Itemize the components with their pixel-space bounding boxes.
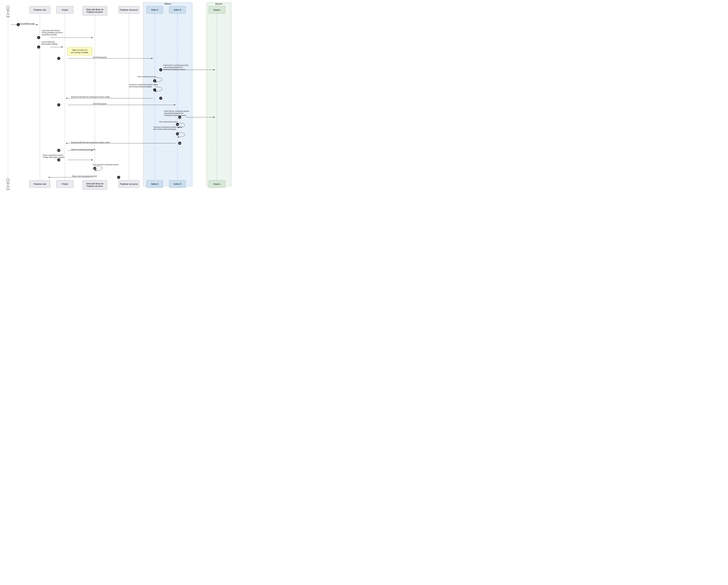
msg-15: Share component auction configs with buy… <box>43 154 64 158</box>
region-buyers <box>207 2 231 186</box>
step-17: 17 <box>117 176 120 179</box>
msg-11: Run contextual auction <box>159 121 178 123</box>
msg-8: Respond with bid and component auction c… <box>71 96 109 98</box>
participant-publisher-site-top: Publisher site <box>29 6 50 14</box>
participant-pub-ad-server-top: Publisher ad server <box>119 6 139 14</box>
step-10: 10 <box>178 116 181 119</box>
user-figure-top: User <box>5 6 11 18</box>
svg-line-4 <box>8 13 9 15</box>
msg-10: Fetch bid for contextual auction and per… <box>164 110 189 116</box>
participant-client-lib-top: Client-side library for Publisher ad ser… <box>82 6 107 16</box>
msg-6: Run contextual auction <box>138 76 156 78</box>
participant-seller-b-bottom: Seller B <box>169 180 186 188</box>
step-6: 6 <box>153 79 156 82</box>
diagram-container: Sellers Buyers User Publisher site Prebi… <box>0 0 235 194</box>
step-14: 14 <box>57 149 60 152</box>
participant-pub-ad-server-bottom: Publisher ad server <box>119 180 139 188</box>
msg-16: Run top-level contextual auction <box>93 163 119 166</box>
msg-7: Construct component auction config and i… <box>129 83 158 87</box>
msg-1: Visit publisher page <box>19 22 35 24</box>
participant-prebid-top: Prebid <box>56 6 73 14</box>
msg-4: Send bid request <box>93 56 107 58</box>
msg-14: Submit contextual auction bids <box>71 148 96 150</box>
msg-3: Load Prebid and start header bidding <box>41 41 57 45</box>
step-7: 7 <box>153 88 156 92</box>
svg-line-30 <box>7 185 8 188</box>
msg-5: Fetch bid for contextual auction and per… <box>163 64 188 70</box>
sellers-label: Sellers <box>143 3 192 5</box>
msg-2: Load client-side library for the publish… <box>42 29 62 36</box>
buyers-label: Buyers <box>207 3 231 5</box>
region-sellers <box>143 2 192 186</box>
svg-line-31 <box>8 185 9 188</box>
note-box: Steps 4-8 and 9-13 are running in parall… <box>67 47 92 55</box>
step-15: 15 <box>57 158 60 161</box>
step-4: 4 <box>57 57 60 60</box>
user-label-bottom: User <box>6 188 10 190</box>
step-9: 9 <box>57 103 60 106</box>
msg-17: Return winning adjusted ad bid <box>72 175 97 177</box>
participant-buyers-top: Buyers <box>209 6 225 14</box>
step-5: 5 <box>159 68 162 71</box>
svg-line-3 <box>7 13 8 15</box>
participant-seller-a-top: Seller A <box>146 6 163 14</box>
step-8: 8 <box>159 97 162 100</box>
user-figure-bottom: User <box>5 178 11 190</box>
svg-point-0 <box>6 6 9 9</box>
step-11: 11 <box>176 123 179 126</box>
participant-publisher-site-bottom: Publisher site <box>29 180 50 188</box>
step-16: 16 <box>93 167 96 170</box>
msg-9: Send bid request <box>93 103 107 105</box>
participant-prebid-bottom: Prebid <box>56 180 73 188</box>
msg-13: Respond with bid and component auction c… <box>71 141 109 144</box>
msg-12: Construct component auction config and i… <box>153 126 182 130</box>
step-2: 2 <box>37 36 40 39</box>
step-13: 13 <box>178 142 181 145</box>
participant-seller-a-bottom: Seller A <box>146 180 163 188</box>
step-1: 1 <box>17 23 20 26</box>
step-12: 12 <box>176 132 179 135</box>
user-label-top: User <box>6 16 10 18</box>
participant-client-lib-bottom: Client-side library for Publisher ad ser… <box>82 180 107 190</box>
step-3: 3 <box>37 46 40 49</box>
participant-seller-b-top: Seller B <box>169 6 186 14</box>
svg-point-27 <box>6 179 9 182</box>
participant-buyers-bottom: Buyers <box>209 180 225 188</box>
